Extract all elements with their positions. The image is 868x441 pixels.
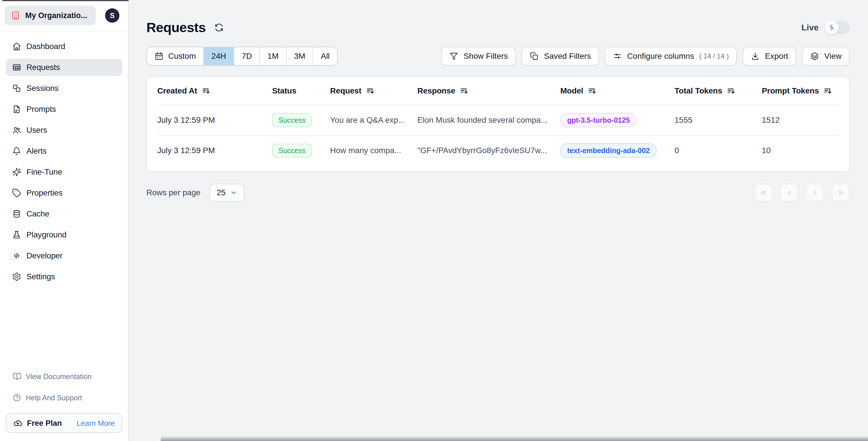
sidebar-nav: Dashboard Requests Sessions Prompts User…	[0, 32, 128, 363]
sidebar-item-dashboard[interactable]: Dashboard	[6, 38, 122, 55]
export-button[interactable]: Export	[743, 47, 796, 66]
help-and-support-link[interactable]: Help And Support	[6, 390, 122, 405]
live-toggle-group: Live	[801, 21, 849, 34]
download-icon	[751, 52, 760, 61]
cell-total-tokens: 0	[675, 146, 762, 155]
sidebar-item-alerts[interactable]: Alerts	[6, 142, 122, 160]
status-badge: Success	[272, 113, 312, 127]
chevron-left-icon	[785, 189, 794, 197]
table-header-row: Created At Status Request Response Model	[157, 77, 839, 105]
column-header-request[interactable]: Request	[330, 86, 417, 96]
sort-arrow-icon	[824, 87, 832, 95]
next-page-button[interactable]	[806, 184, 824, 202]
column-header-response[interactable]: Response	[417, 86, 560, 96]
cell-created-at: July 3 12:59 PM	[157, 146, 272, 155]
app-window: My Organizatio... S Dashboard Requests S…	[0, 0, 868, 441]
configure-columns-count: ( 14 / 14 )	[699, 52, 729, 60]
column-header-status[interactable]: Status	[272, 86, 330, 96]
sort-arrow-icon	[202, 87, 210, 95]
column-header-created-at[interactable]: Created At	[157, 86, 272, 96]
sidebar-item-cache[interactable]: Cache	[6, 205, 122, 223]
sidebar-header: My Organizatio... S	[0, 0, 128, 32]
sliders-icon	[613, 52, 622, 61]
model-badge: gpt-3.5-turbo-0125	[560, 113, 637, 127]
sidebar-item-sessions[interactable]: Sessions	[6, 80, 122, 97]
view-button[interactable]: View	[802, 47, 849, 66]
column-header-prompt-tokens[interactable]: Prompt Tokens	[762, 86, 839, 96]
status-badge: Success	[272, 144, 312, 158]
flask-icon	[12, 230, 21, 239]
sort-arrow-icon	[588, 87, 596, 95]
saved-filters-button[interactable]: Saved Filters	[522, 47, 599, 66]
home-icon	[12, 42, 21, 51]
title-row: Requests Live	[146, 20, 849, 35]
cell-request: How many compa...	[330, 146, 417, 155]
cloud-upload-icon	[13, 419, 22, 428]
column-header-model[interactable]: Model	[560, 86, 675, 96]
sessions-squares-icon	[12, 84, 21, 93]
cell-prompt-tokens: 10	[762, 146, 839, 155]
sidebar-item-prompts[interactable]: Prompts	[6, 101, 122, 118]
sort-arrow-icon	[366, 87, 374, 95]
sidebar-item-requests[interactable]: Requests	[6, 59, 122, 76]
last-page-button[interactable]	[832, 184, 849, 202]
time-range-group: Custom 24H 7D 1M 3M All	[146, 47, 338, 66]
chevrons-left-icon	[759, 189, 768, 197]
refresh-icon	[214, 23, 225, 32]
requests-table: Created At Status Request Response Model	[146, 76, 849, 172]
funnel-icon	[449, 52, 458, 61]
org-switcher[interactable]: My Organizatio...	[5, 6, 96, 25]
plan-card[interactable]: Free Plan Learn More	[6, 413, 122, 433]
pager	[754, 184, 849, 202]
controls-row: Custom 24H 7D 1M 3M All Show Filters Sav…	[146, 47, 849, 66]
show-filters-button[interactable]: Show Filters	[441, 47, 516, 66]
sidebar-item-fine-tune[interactable]: Fine-Tune	[6, 164, 122, 181]
live-label: Live	[801, 23, 818, 32]
sidebar-item-settings[interactable]: Settings	[6, 268, 122, 285]
avatar[interactable]: S	[105, 8, 119, 23]
range-3m[interactable]: 3M	[287, 47, 313, 65]
live-toggle[interactable]	[826, 21, 849, 34]
sidebar-item-users[interactable]: Users	[6, 122, 122, 139]
table-row[interactable]: July 3 12:59 PM Success How many compa..…	[157, 135, 839, 165]
sidebar: My Organizatio... S Dashboard Requests S…	[0, 0, 129, 441]
page-title: Requests	[146, 20, 206, 35]
chevrons-right-icon	[836, 189, 845, 197]
configure-columns-button[interactable]: Configure columns ( 14 / 14 )	[605, 47, 737, 66]
sidebar-item-playground[interactable]: Playground	[6, 226, 122, 243]
toolbar: Show Filters Saved Filters Configure col…	[441, 47, 849, 66]
pagination-row: Rows per page 25	[146, 184, 849, 202]
sidebar-item-properties[interactable]: Properties	[6, 184, 122, 202]
cell-response: Elon Musk founded several compa...	[417, 115, 560, 125]
range-1m[interactable]: 1M	[260, 47, 287, 65]
previous-page-button[interactable]	[780, 184, 798, 202]
range-all[interactable]: All	[313, 47, 337, 65]
table-icon	[12, 63, 21, 72]
rows-per-page-select[interactable]: 25	[210, 184, 245, 202]
range-custom[interactable]: Custom	[147, 47, 204, 65]
users-icon	[12, 126, 21, 135]
table-row[interactable]: July 3 12:59 PM Success You are a Q&A ex…	[157, 105, 839, 135]
range-7d[interactable]: 7D	[234, 47, 260, 65]
copy-icon	[530, 52, 539, 61]
column-header-total-tokens[interactable]: Total Tokens	[675, 86, 762, 96]
sidebar-item-developer[interactable]: Developer	[6, 247, 122, 264]
view-documentation-link[interactable]: View Documentation	[6, 369, 122, 384]
sparkles-icon	[12, 167, 21, 177]
range-24h[interactable]: 24H	[204, 47, 234, 65]
layers-icon	[810, 52, 819, 61]
calendar-icon	[154, 52, 164, 61]
learn-more-link[interactable]: Learn More	[76, 419, 115, 428]
rows-per-page-label: Rows per page	[146, 188, 200, 197]
database-icon	[12, 209, 21, 218]
org-name: My Organizatio...	[25, 11, 87, 20]
refresh-button[interactable]	[214, 22, 225, 33]
building-icon	[11, 11, 20, 20]
rows-per-page-group: Rows per page 25	[146, 184, 245, 202]
model-badge: text-embedding-ada-002	[560, 143, 657, 158]
document-icon	[12, 105, 21, 114]
sort-arrow-icon	[727, 87, 735, 95]
help-circle-icon	[12, 394, 21, 402]
first-page-button[interactable]	[754, 184, 772, 202]
cell-prompt-tokens: 1512	[762, 115, 839, 125]
